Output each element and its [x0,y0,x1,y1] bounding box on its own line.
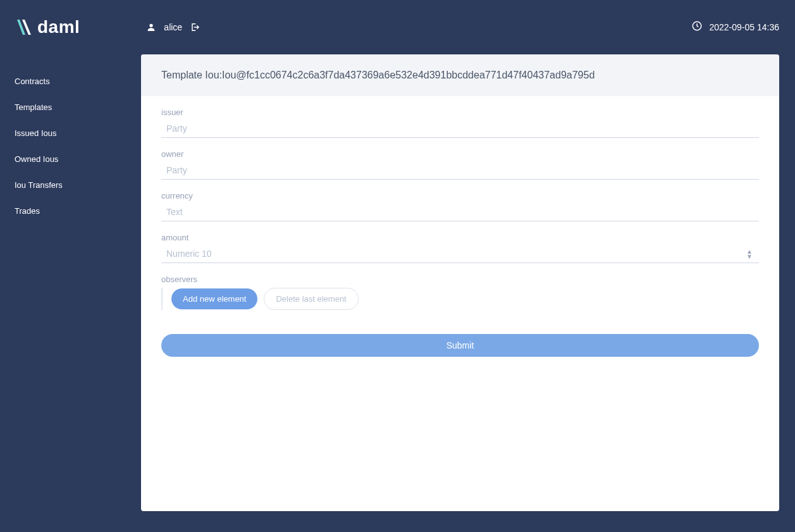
logo: daml [16,17,80,37]
field-owner: owner [161,149,759,180]
sidebar: Contracts Templates Issued Ious Owned Io… [0,54,141,532]
field-amount: amount ▲ ▼ [161,233,759,263]
sidebar-item-owned-ious[interactable]: Owned Ious [0,146,141,172]
timestamp-label: 2022-09-05 14:36 [709,22,779,32]
submit-button[interactable]: Submit [161,334,759,357]
user-icon [146,22,156,32]
header-right: 2022-09-05 14:36 [691,20,779,34]
sidebar-item-label: Iou Transfers [15,180,63,190]
issuer-input[interactable] [161,120,759,138]
field-label-owner: owner [161,149,759,159]
sidebar-item-issued-ious[interactable]: Issued Ious [0,120,141,146]
field-label-currency: currency [161,191,759,201]
panel-title: Template Iou:Iou@fc1cc0674c2c6a3f7da4373… [141,54,779,96]
field-label-amount: amount [161,233,759,242]
add-element-button[interactable]: Add new element [171,288,257,309]
field-label-issuer: issuer [161,108,759,117]
logout-icon[interactable] [190,22,200,32]
user-area: alice [146,22,200,32]
currency-input[interactable] [161,203,759,221]
sidebar-item-label: Issued Ious [15,128,57,138]
owner-input[interactable] [161,161,759,180]
main-panel: Template Iou:Iou@fc1cc0674c2c6a3f7da4373… [141,54,779,511]
app-header: daml alice [0,0,795,54]
logo-text: daml [37,17,80,37]
sidebar-item-templates[interactable]: Templates [0,94,141,120]
sidebar-item-label: Templates [15,102,52,112]
amount-spinner[interactable]: ▲ ▼ [746,249,753,259]
amount-input[interactable] [161,245,759,263]
field-issuer: issuer [161,108,759,138]
delete-element-button[interactable]: Delete last element [264,288,358,310]
sidebar-item-contracts[interactable]: Contracts [0,68,141,94]
template-form: issuer owner currency amount [141,96,779,368]
sidebar-item-label: Owned Ious [15,154,58,164]
field-currency: currency [161,191,759,221]
clock-icon [691,20,703,34]
svg-point-0 [150,24,153,27]
observers-actions: Add new element Delete last element [161,288,759,310]
logo-icon [16,18,31,36]
sidebar-item-label: Trades [15,206,40,216]
field-label-observers: observers [161,275,759,284]
chevron-down-icon[interactable]: ▼ [746,254,753,259]
header-left: daml alice [16,17,200,37]
sidebar-item-trades[interactable]: Trades [0,198,141,224]
sidebar-item-label: Contracts [15,77,50,86]
sidebar-item-iou-transfers[interactable]: Iou Transfers [0,172,141,198]
username-label: alice [164,22,182,32]
field-observers: observers Add new element Delete last el… [161,275,759,310]
